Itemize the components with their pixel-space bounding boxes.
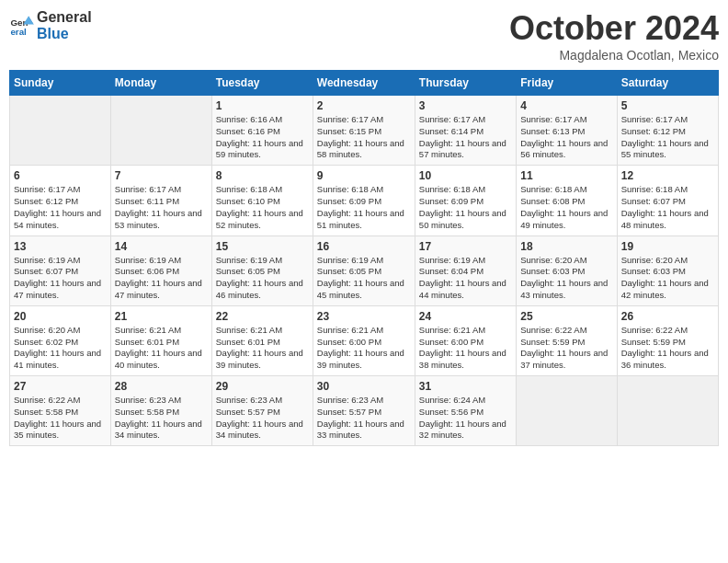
day-info: Sunrise: 6:24 AM Sunset: 5:56 PM Dayligh… [419,395,512,442]
day-cell: 7 Sunrise: 6:17 AM Sunset: 6:11 PM Dayli… [110,166,211,236]
day-number: 31 [419,380,512,393]
day-number: 14 [115,240,208,253]
sunrise-label: Sunrise: 6:24 AM [419,395,485,405]
header-tuesday: Tuesday [211,71,313,96]
sunrise-label: Sunrise: 6:19 AM [14,255,80,265]
day-cell: 17 Sunrise: 6:19 AM Sunset: 6:04 PM Dayl… [415,236,516,305]
page-header: Gen eral General Blue October 2024 Magda… [9,9,719,63]
day-info: Sunrise: 6:16 AM Sunset: 6:16 PM Dayligh… [216,114,309,161]
day-info: Sunrise: 6:18 AM Sunset: 6:10 PM Dayligh… [216,184,309,231]
day-info: Sunrise: 6:23 AM Sunset: 5:57 PM Dayligh… [216,395,309,442]
day-info: Sunrise: 6:21 AM Sunset: 6:01 PM Dayligh… [216,325,309,372]
day-cell: 1 Sunrise: 6:16 AM Sunset: 6:16 PM Dayli… [211,96,313,166]
day-info: Sunrise: 6:17 AM Sunset: 6:12 PM Dayligh… [14,184,107,231]
day-cell: 30 Sunrise: 6:23 AM Sunset: 5:57 PM Dayl… [313,376,415,446]
day-number: 26 [621,310,714,323]
daylight-label: Daylight: 11 hours and 47 minutes. [115,278,202,300]
logo-line2: Blue [37,26,92,42]
sunrise-label: Sunrise: 6:18 AM [621,184,688,194]
header-friday: Friday [517,71,617,96]
daylight-label: Daylight: 11 hours and 43 minutes. [520,278,608,300]
day-cell: 8 Sunrise: 6:18 AM Sunset: 6:10 PM Dayli… [211,166,313,236]
header-monday: Monday [110,71,211,96]
day-info: Sunrise: 6:18 AM Sunset: 6:07 PM Dayligh… [621,184,714,231]
day-info: Sunrise: 6:17 AM Sunset: 6:12 PM Dayligh… [621,114,714,161]
day-cell: 27 Sunrise: 6:22 AM Sunset: 5:58 PM Dayl… [10,376,111,446]
day-info: Sunrise: 6:18 AM Sunset: 6:09 PM Dayligh… [317,184,411,231]
sunrise-label: Sunrise: 6:19 AM [419,255,485,265]
daylight-label: Daylight: 11 hours and 44 minutes. [419,278,506,300]
sunrise-label: Sunrise: 6:17 AM [520,114,586,124]
daylight-label: Daylight: 11 hours and 56 minutes. [520,138,608,160]
day-info: Sunrise: 6:18 AM Sunset: 6:08 PM Dayligh… [520,184,612,231]
day-cell [617,376,718,446]
sunset-label: Sunset: 5:59 PM [621,337,686,347]
header-sunday: Sunday [10,71,111,96]
daylight-label: Daylight: 11 hours and 32 minutes. [419,419,506,441]
day-number: 20 [14,310,107,323]
day-info: Sunrise: 6:20 AM Sunset: 6:02 PM Dayligh… [14,325,107,372]
sunset-label: Sunset: 6:00 PM [419,337,483,347]
day-info: Sunrise: 6:22 AM Sunset: 5:59 PM Dayligh… [520,325,612,372]
sunrise-label: Sunrise: 6:18 AM [216,184,282,194]
daylight-label: Daylight: 11 hours and 46 minutes. [216,278,303,300]
sunset-label: Sunset: 6:01 PM [115,337,179,347]
sunrise-label: Sunrise: 6:18 AM [419,184,485,194]
sunset-label: Sunset: 5:58 PM [115,407,179,417]
day-info: Sunrise: 6:22 AM Sunset: 5:58 PM Dayligh… [14,395,107,442]
day-number: 19 [621,240,714,253]
day-cell: 15 Sunrise: 6:19 AM Sunset: 6:05 PM Dayl… [211,236,313,305]
day-number: 17 [419,240,512,253]
day-number: 21 [115,310,208,323]
header-saturday: Saturday [617,71,718,96]
svg-text:eral: eral [10,26,27,36]
sunset-label: Sunset: 6:08 PM [520,196,585,206]
day-number: 9 [317,169,411,182]
week-row-4: 20 Sunrise: 6:20 AM Sunset: 6:02 PM Dayl… [10,305,719,375]
header-row: SundayMondayTuesdayWednesdayThursdayFrid… [10,71,719,96]
sunrise-label: Sunrise: 6:21 AM [419,325,485,335]
day-cell: 22 Sunrise: 6:21 AM Sunset: 6:01 PM Dayl… [211,305,313,375]
daylight-label: Daylight: 11 hours and 39 minutes. [216,348,303,370]
sunrise-label: Sunrise: 6:16 AM [216,114,282,124]
sunset-label: Sunset: 6:12 PM [621,126,686,136]
logo-line1: General [37,9,92,26]
day-number: 13 [14,240,107,253]
day-cell: 5 Sunrise: 6:17 AM Sunset: 6:12 PM Dayli… [617,96,718,166]
day-cell: 12 Sunrise: 6:18 AM Sunset: 6:07 PM Dayl… [617,166,718,236]
sunrise-label: Sunrise: 6:18 AM [520,184,586,194]
day-number: 3 [419,99,512,112]
day-number: 15 [216,240,309,253]
day-cell: 2 Sunrise: 6:17 AM Sunset: 6:15 PM Dayli… [313,96,415,166]
day-number: 5 [621,99,714,112]
daylight-label: Daylight: 11 hours and 38 minutes. [419,348,506,370]
day-number: 2 [317,99,411,112]
daylight-label: Daylight: 11 hours and 59 minutes. [216,138,303,160]
sunset-label: Sunset: 6:04 PM [419,266,483,276]
day-cell: 13 Sunrise: 6:19 AM Sunset: 6:07 PM Dayl… [10,236,111,305]
daylight-label: Daylight: 11 hours and 39 minutes. [317,348,404,370]
daylight-label: Daylight: 11 hours and 52 minutes. [216,208,303,230]
day-cell: 4 Sunrise: 6:17 AM Sunset: 6:13 PM Dayli… [517,96,617,166]
day-number: 6 [14,169,107,182]
sunrise-label: Sunrise: 6:23 AM [216,395,282,405]
daylight-label: Daylight: 11 hours and 45 minutes. [317,278,404,300]
day-cell: 11 Sunrise: 6:18 AM Sunset: 6:08 PM Dayl… [517,166,617,236]
sunrise-label: Sunrise: 6:22 AM [520,325,586,335]
daylight-label: Daylight: 11 hours and 58 minutes. [317,138,404,160]
title-block: October 2024 Magdalena Ocotlan, Mexico [509,9,719,63]
day-info: Sunrise: 6:21 AM Sunset: 6:00 PM Dayligh… [419,325,512,372]
sunrise-label: Sunrise: 6:21 AM [216,325,282,335]
day-cell [110,96,211,166]
daylight-label: Daylight: 11 hours and 33 minutes. [317,419,404,441]
daylight-label: Daylight: 11 hours and 53 minutes. [115,208,202,230]
sunrise-label: Sunrise: 6:17 AM [317,114,383,124]
sunrise-label: Sunrise: 6:23 AM [317,395,383,405]
sunset-label: Sunset: 6:01 PM [216,337,280,347]
day-info: Sunrise: 6:21 AM Sunset: 6:01 PM Dayligh… [115,325,208,372]
daylight-label: Daylight: 11 hours and 49 minutes. [520,208,608,230]
sunrise-label: Sunrise: 6:19 AM [317,255,383,265]
day-cell: 24 Sunrise: 6:21 AM Sunset: 6:00 PM Dayl… [415,305,516,375]
day-info: Sunrise: 6:19 AM Sunset: 6:05 PM Dayligh… [216,255,309,302]
day-info: Sunrise: 6:20 AM Sunset: 6:03 PM Dayligh… [520,255,612,302]
